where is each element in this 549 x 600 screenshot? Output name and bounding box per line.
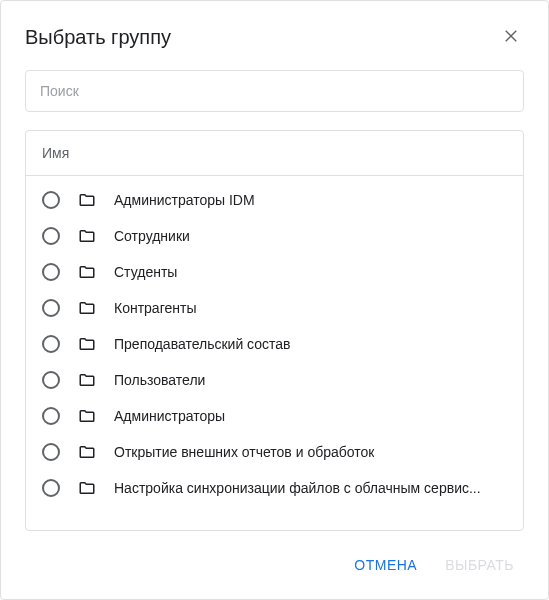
cancel-button[interactable]: ОТМЕНА [344,549,427,581]
item-label: Студенты [114,264,177,280]
list-item[interactable]: Администраторы IDM [26,182,523,218]
list-item[interactable]: Настройка синхронизации файлов с облачны… [26,470,523,506]
radio-icon[interactable] [42,191,60,209]
dialog-header: Выбрать группу [1,1,548,70]
list-item[interactable]: Открытие внешних отчетов и обработок [26,434,523,470]
list-item[interactable]: Сотрудники [26,218,523,254]
folder-icon [78,299,96,317]
dialog-title: Выбрать группу [25,26,171,49]
folder-icon [78,371,96,389]
group-list-container: Имя Администраторы IDMСотрудникиСтуденты… [25,130,524,531]
item-label: Преподавательский состав [114,336,291,352]
radio-icon[interactable] [42,443,60,461]
list-item[interactable]: Студенты [26,254,523,290]
select-button[interactable]: ВЫБРАТЬ [435,549,524,581]
select-group-dialog: Выбрать группу Имя Администраторы IDMСот… [0,0,549,600]
radio-icon[interactable] [42,299,60,317]
folder-icon [78,191,96,209]
radio-icon[interactable] [42,371,60,389]
item-label: Администраторы [114,408,225,424]
search-input[interactable] [25,70,524,112]
list-header-name: Имя [26,131,523,176]
list-item[interactable]: Контрагенты [26,290,523,326]
radio-icon[interactable] [42,263,60,281]
folder-icon [78,479,96,497]
folder-icon [78,227,96,245]
item-label: Настройка синхронизации файлов с облачны… [114,480,481,496]
search-container [1,70,548,130]
list-item[interactable]: Пользователи [26,362,523,398]
radio-icon[interactable] [42,407,60,425]
folder-icon [78,443,96,461]
list-item[interactable]: Преподавательский состав [26,326,523,362]
item-label: Пользователи [114,372,205,388]
group-list[interactable]: Администраторы IDMСотрудникиСтудентыКонт… [26,176,523,530]
radio-icon[interactable] [42,479,60,497]
list-item[interactable]: Администраторы [26,398,523,434]
item-label: Сотрудники [114,228,190,244]
radio-icon[interactable] [42,227,60,245]
folder-icon [78,335,96,353]
close-button[interactable] [498,23,524,52]
folder-icon [78,407,96,425]
radio-icon[interactable] [42,335,60,353]
item-label: Администраторы IDM [114,192,255,208]
dialog-footer: ОТМЕНА ВЫБРАТЬ [1,531,548,599]
close-icon [502,27,520,48]
item-label: Открытие внешних отчетов и обработок [114,444,374,460]
folder-icon [78,263,96,281]
item-label: Контрагенты [114,300,196,316]
